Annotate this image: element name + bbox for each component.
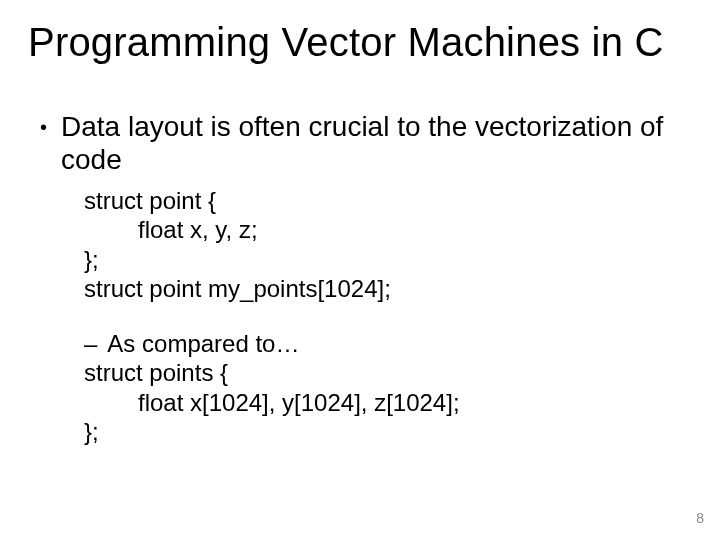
page-number: 8 bbox=[696, 510, 704, 526]
code-line: }; bbox=[84, 417, 692, 446]
code-block-soa: struct points { float x[1024], y[1024], … bbox=[84, 358, 692, 446]
slide-title: Programming Vector Machines in C bbox=[28, 20, 692, 64]
code-line: struct points { bbox=[84, 358, 692, 387]
sub-block: – As compared to… struct points { float … bbox=[84, 329, 692, 446]
code-block-aos: struct point { float x, y, z; }; struct … bbox=[84, 186, 692, 303]
bullet-level2: – As compared to… bbox=[84, 329, 692, 358]
bullet-dot-icon: • bbox=[40, 116, 47, 140]
bullet-text: As compared to… bbox=[107, 329, 299, 358]
slide-body: • Data layout is often crucial to the ve… bbox=[40, 110, 692, 446]
bullet-dash-icon: – bbox=[84, 329, 97, 358]
bullet-level1: • Data layout is often crucial to the ve… bbox=[40, 110, 692, 176]
code-line: float x[1024], y[1024], z[1024]; bbox=[138, 388, 692, 417]
bullet-text: Data layout is often crucial to the vect… bbox=[61, 110, 692, 176]
code-line: struct point { bbox=[84, 186, 692, 215]
code-line: }; bbox=[84, 245, 692, 274]
code-line: float x, y, z; bbox=[138, 215, 692, 244]
slide: Programming Vector Machines in C • Data … bbox=[0, 0, 720, 540]
code-line: struct point my_points[1024]; bbox=[84, 274, 692, 303]
